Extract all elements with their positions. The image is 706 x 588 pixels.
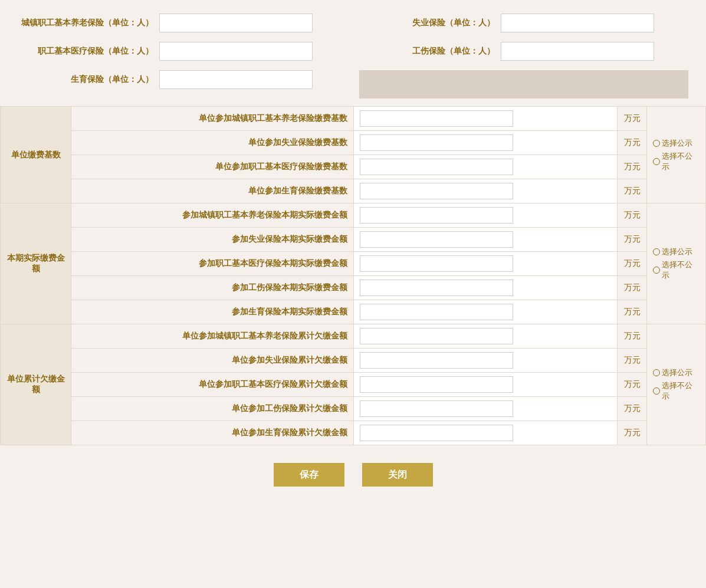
pension-actual-input[interactable] [360, 207, 513, 224]
arrear-radio-group: 选择公示 选择不公示 [653, 367, 700, 402]
maternity-actual-unit: 万元 [618, 300, 647, 324]
unemployment-actual-unit: 万元 [618, 228, 647, 252]
section-label-actual: 本期实际缴费金额 [1, 203, 71, 324]
table-row: 参加职工基本医疗保险本期实际缴费金额 万元 [1, 252, 706, 276]
maternity-arrear-input-cell [353, 421, 617, 445]
unit-base-hide-label: 选择不公示 [662, 151, 700, 172]
unemployment-insurance-label: 失业保险（单位：人） [359, 18, 501, 28]
maternity-base-label: 单位参加生育保险缴费基数 [71, 179, 354, 203]
unemployment-arrear-unit: 万元 [618, 349, 647, 373]
medical-arrear-input[interactable] [360, 376, 513, 393]
table-row: 单位参加失业保险缴费基数 万元 [1, 131, 706, 155]
pension-insurance-label: 城镇职工基本养老保险（单位：人） [18, 18, 159, 28]
arrear-hide-radio[interactable]: 选择不公示 [653, 380, 700, 402]
radio-circle-show2 [653, 248, 660, 255]
arrear-hide-label: 选择不公示 [662, 380, 700, 402]
top-row-injury: 工伤保险（单位：人） [353, 37, 695, 65]
top-section: 城镇职工基本养老保险（单位：人） 职工基本医疗保险（单位：人） 生育保险（单位：… [0, 6, 706, 106]
actual-hide-radio[interactable]: 选择不公示 [653, 259, 700, 281]
button-row: 保存 关闭 [0, 463, 706, 487]
table-row: 单位缴费基数 单位参加城镇职工基本养老保险缴费基数 万元 选择公示 选择不公 [1, 107, 706, 131]
radio-circle-hide2 [653, 267, 660, 274]
top-right-fields: 失业保险（单位：人） 工伤保险（单位：人） [353, 9, 695, 103]
actual-hide-label: 选择不公示 [662, 259, 700, 281]
maternity-arrear-input[interactable] [360, 425, 513, 441]
pension-actual-label: 参加城镇职工基本养老保险本期实际缴费金额 [71, 203, 354, 228]
medical-insurance-input[interactable] [159, 42, 313, 61]
maternity-actual-input[interactable] [360, 304, 513, 320]
table-row: 参加工伤保险本期实际缴费金额 万元 [1, 276, 706, 300]
table-row: 单位参加职工基本医疗保险累计欠缴金额 万元 [1, 373, 706, 397]
table-row: 单位累计欠缴金额 单位参加城镇职工基本养老保险累计欠缴金额 万元 选择公示 [1, 324, 706, 349]
pension-base-input[interactable] [360, 110, 513, 127]
close-button[interactable]: 关闭 [362, 463, 433, 487]
radio-circle-hide [653, 158, 660, 165]
radio-circle-hide3 [653, 387, 660, 395]
section-unit-base: 单位缴费基数 单位参加城镇职工基本养老保险缴费基数 万元 选择公示 选择不公 [1, 107, 706, 203]
actual-show-radio[interactable]: 选择公示 [653, 247, 700, 257]
maternity-base-input[interactable] [360, 183, 513, 199]
section-arrear: 单位累计欠缴金额 单位参加城镇职工基本养老保险累计欠缴金额 万元 选择公示 [1, 324, 706, 445]
injury-actual-unit: 万元 [618, 276, 647, 300]
table-row: 参加失业保险本期实际缴费金额 万元 [1, 228, 706, 252]
unit-base-hide-radio[interactable]: 选择不公示 [653, 151, 700, 172]
injury-actual-input[interactable] [360, 280, 513, 296]
top-left-fields: 城镇职工基本养老保险（单位：人） 职工基本医疗保险（单位：人） 生育保险（单位：… [12, 9, 353, 103]
pension-actual-input-cell [353, 203, 617, 228]
injury-arrear-input[interactable] [360, 400, 513, 417]
section-label-arrear: 单位累计欠缴金额 [1, 324, 71, 445]
maternity-arrear-unit: 万元 [618, 421, 647, 445]
unit-base-radio-group: 选择公示 选择不公示 [653, 138, 700, 172]
unit-base-show-radio[interactable]: 选择公示 [653, 138, 700, 149]
medical-arrear-input-cell [353, 373, 617, 397]
section-label-unit-base: 单位缴费基数 [1, 107, 71, 203]
top-row-pension: 城镇职工基本养老保险（单位：人） [12, 9, 353, 37]
unemployment-arrear-input[interactable] [360, 352, 513, 369]
top-row-medical: 职工基本医疗保险（单位：人） [12, 37, 353, 65]
table-row: 本期实际缴费金额 参加城镇职工基本养老保险本期实际缴费金额 万元 选择公示 [1, 203, 706, 228]
injury-actual-label: 参加工伤保险本期实际缴费金额 [71, 276, 354, 300]
table-row: 参加生育保险本期实际缴费金额 万元 [1, 300, 706, 324]
medical-actual-input[interactable] [360, 255, 513, 272]
medical-insurance-label: 职工基本医疗保险（单位：人） [18, 46, 159, 57]
unit-base-show-label: 选择公示 [662, 138, 692, 149]
medical-actual-input-cell [353, 252, 617, 276]
unemployment-arrear-input-cell [353, 349, 617, 373]
maternity-actual-label: 参加生育保险本期实际缴费金额 [71, 300, 354, 324]
injury-insurance-input[interactable] [501, 42, 654, 61]
actual-radio-cell: 选择公示 选择不公示 [647, 203, 706, 324]
pension-arrear-input[interactable] [360, 328, 513, 344]
injury-insurance-label: 工伤保险（单位：人） [359, 46, 501, 57]
table-row: 单位参加生育保险缴费基数 万元 [1, 179, 706, 203]
unemployment-base-unit: 万元 [618, 131, 647, 155]
unit-base-radio-cell: 选择公示 选择不公示 [647, 107, 706, 203]
medical-base-unit: 万元 [618, 155, 647, 179]
unemployment-insurance-input[interactable] [501, 14, 654, 32]
table-row: 单位参加生育保险累计欠缴金额 万元 [1, 421, 706, 445]
maternity-base-input-cell [353, 179, 617, 203]
top-row-maternity: 生育保险（单位：人） [12, 65, 353, 94]
maternity-arrear-label: 单位参加生育保险累计欠缴金额 [71, 421, 354, 445]
pension-insurance-input[interactable] [159, 14, 313, 32]
save-button[interactable]: 保存 [274, 463, 344, 487]
pension-base-label: 单位参加城镇职工基本养老保险缴费基数 [71, 107, 354, 131]
unemployment-base-input-cell [353, 131, 617, 155]
pension-base-unit: 万元 [618, 107, 647, 131]
maternity-insurance-label: 生育保险（单位：人） [18, 74, 159, 85]
medical-base-input[interactable] [360, 159, 513, 175]
table-row: 单位参加工伤保险累计欠缴金额 万元 [1, 397, 706, 421]
unemployment-base-input[interactable] [360, 134, 513, 151]
table-row: 单位参加职工基本医疗保险缴费基数 万元 [1, 155, 706, 179]
main-table: 单位缴费基数 单位参加城镇职工基本养老保险缴费基数 万元 选择公示 选择不公 [0, 106, 706, 445]
top-row-unemployment: 失业保险（单位：人） [353, 9, 695, 37]
radio-circle-show3 [653, 369, 660, 376]
maternity-actual-input-cell [353, 300, 617, 324]
maternity-insurance-input[interactable] [159, 70, 313, 89]
pension-arrear-label: 单位参加城镇职工基本养老保险累计欠缴金额 [71, 324, 354, 349]
medical-base-input-cell [353, 155, 617, 179]
pension-arrear-unit: 万元 [618, 324, 647, 349]
medical-actual-label: 参加职工基本医疗保险本期实际缴费金额 [71, 252, 354, 276]
unemployment-actual-input[interactable] [360, 231, 513, 248]
arrear-show-radio[interactable]: 选择公示 [653, 367, 700, 378]
injury-arrear-label: 单位参加工伤保险累计欠缴金额 [71, 397, 354, 421]
